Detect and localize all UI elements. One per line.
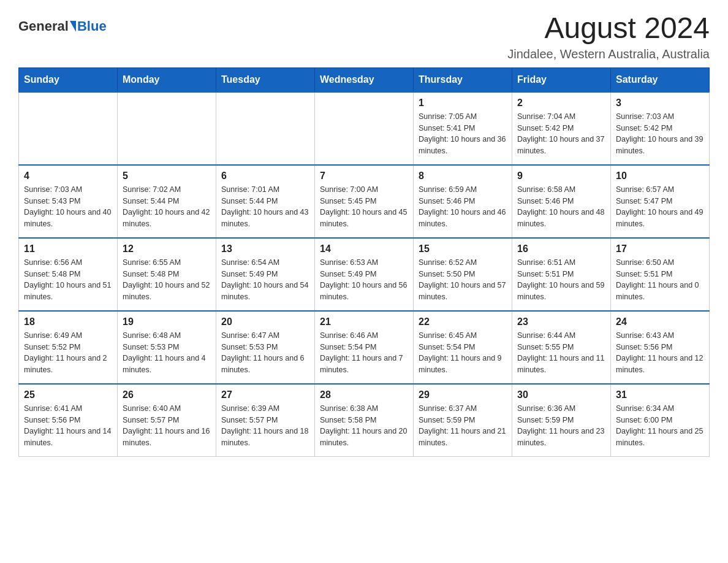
calendar-cell: 18Sunrise: 6:49 AMSunset: 5:52 PMDayligh… <box>19 311 118 384</box>
calendar-cell: 30Sunrise: 6:36 AMSunset: 5:59 PMDayligh… <box>512 384 611 457</box>
day-info: Sunrise: 6:50 AMSunset: 5:51 PMDaylight:… <box>616 257 704 303</box>
day-number: 21 <box>320 316 408 327</box>
calendar-cell: 25Sunrise: 6:41 AMSunset: 5:56 PMDayligh… <box>19 384 118 457</box>
day-number: 10 <box>616 170 704 182</box>
day-info: Sunrise: 6:55 AMSunset: 5:48 PMDaylight:… <box>123 257 211 303</box>
weekday-header-tuesday: Tuesday <box>216 67 315 92</box>
day-number: 28 <box>320 389 408 400</box>
day-info: Sunrise: 7:01 AMSunset: 5:44 PMDaylight:… <box>221 184 309 230</box>
calendar-cell: 28Sunrise: 6:38 AMSunset: 5:58 PMDayligh… <box>315 384 414 457</box>
day-number: 11 <box>24 243 112 255</box>
day-number: 2 <box>517 98 605 109</box>
calendar-cell: 11Sunrise: 6:56 AMSunset: 5:48 PMDayligh… <box>19 238 118 311</box>
calendar-cell: 19Sunrise: 6:48 AMSunset: 5:53 PMDayligh… <box>118 311 216 384</box>
calendar-cell: 24Sunrise: 6:43 AMSunset: 5:56 PMDayligh… <box>611 311 710 384</box>
calendar-cell: 14Sunrise: 6:53 AMSunset: 5:49 PMDayligh… <box>315 238 414 311</box>
day-number: 12 <box>123 243 211 255</box>
day-number: 5 <box>123 170 211 182</box>
calendar-row-4: 25Sunrise: 6:41 AMSunset: 5:56 PMDayligh… <box>19 384 710 457</box>
day-number: 4 <box>24 170 112 182</box>
day-info: Sunrise: 7:03 AMSunset: 5:42 PMDaylight:… <box>616 111 704 157</box>
day-number: 7 <box>320 170 408 182</box>
calendar-cell: 5Sunrise: 7:02 AMSunset: 5:44 PMDaylight… <box>118 165 216 238</box>
day-info: Sunrise: 7:00 AMSunset: 5:45 PMDaylight:… <box>320 184 408 230</box>
calendar-cell: 4Sunrise: 7:03 AMSunset: 5:43 PMDaylight… <box>19 165 118 238</box>
calendar-cell: 16Sunrise: 6:51 AMSunset: 5:51 PMDayligh… <box>512 238 611 311</box>
day-number: 17 <box>616 243 704 255</box>
day-number: 16 <box>517 243 605 255</box>
day-info: Sunrise: 6:52 AMSunset: 5:50 PMDaylight:… <box>419 257 507 303</box>
day-info: Sunrise: 6:46 AMSunset: 5:54 PMDaylight:… <box>320 330 408 376</box>
day-info: Sunrise: 6:56 AMSunset: 5:48 PMDaylight:… <box>24 257 112 303</box>
calendar-cell: 20Sunrise: 6:47 AMSunset: 5:53 PMDayligh… <box>216 311 315 384</box>
day-number: 6 <box>221 170 309 182</box>
day-number: 19 <box>123 316 211 327</box>
calendar-row-3: 18Sunrise: 6:49 AMSunset: 5:52 PMDayligh… <box>19 311 710 384</box>
day-number: 1 <box>419 98 507 109</box>
calendar-cell: 7Sunrise: 7:00 AMSunset: 5:45 PMDaylight… <box>315 165 414 238</box>
day-info: Sunrise: 6:59 AMSunset: 5:46 PMDaylight:… <box>419 184 507 230</box>
weekday-header-friday: Friday <box>512 67 611 92</box>
calendar-cell <box>118 92 216 165</box>
day-number: 25 <box>24 389 112 400</box>
calendar-body: 1Sunrise: 7:05 AMSunset: 5:41 PMDaylight… <box>19 92 710 457</box>
calendar-cell: 21Sunrise: 6:46 AMSunset: 5:54 PMDayligh… <box>315 311 414 384</box>
day-info: Sunrise: 6:58 AMSunset: 5:46 PMDaylight:… <box>517 184 605 230</box>
calendar-cell: 22Sunrise: 6:45 AMSunset: 5:54 PMDayligh… <box>414 311 512 384</box>
calendar-cell: 23Sunrise: 6:44 AMSunset: 5:55 PMDayligh… <box>512 311 611 384</box>
calendar-table: SundayMondayTuesdayWednesdayThursdayFrid… <box>18 67 710 457</box>
calendar-cell: 8Sunrise: 6:59 AMSunset: 5:46 PMDaylight… <box>414 165 512 238</box>
page-title: August 2024 <box>507 12 710 45</box>
day-number: 3 <box>616 98 704 109</box>
day-info: Sunrise: 6:48 AMSunset: 5:53 PMDaylight:… <box>123 330 211 376</box>
day-info: Sunrise: 6:36 AMSunset: 5:59 PMDaylight:… <box>517 403 605 449</box>
day-info: Sunrise: 6:41 AMSunset: 5:56 PMDaylight:… <box>24 403 112 449</box>
calendar-cell <box>19 92 118 165</box>
calendar-cell: 6Sunrise: 7:01 AMSunset: 5:44 PMDaylight… <box>216 165 315 238</box>
calendar-row-2: 11Sunrise: 6:56 AMSunset: 5:48 PMDayligh… <box>19 238 710 311</box>
day-info: Sunrise: 7:03 AMSunset: 5:43 PMDaylight:… <box>24 184 112 230</box>
page-subtitle: Jindalee, Western Australia, Australia <box>507 47 710 61</box>
day-info: Sunrise: 6:39 AMSunset: 5:57 PMDaylight:… <box>221 403 309 449</box>
calendar-cell: 3Sunrise: 7:03 AMSunset: 5:42 PMDaylight… <box>611 92 710 165</box>
day-info: Sunrise: 7:04 AMSunset: 5:42 PMDaylight:… <box>517 111 605 157</box>
day-info: Sunrise: 7:02 AMSunset: 5:44 PMDaylight:… <box>123 184 211 230</box>
day-number: 31 <box>616 389 704 400</box>
title-block: August 2024 Jindalee, Western Australia,… <box>507 12 710 61</box>
day-number: 15 <box>419 243 507 255</box>
calendar-cell: 10Sunrise: 6:57 AMSunset: 5:47 PMDayligh… <box>611 165 710 238</box>
calendar-cell: 17Sunrise: 6:50 AMSunset: 5:51 PMDayligh… <box>611 238 710 311</box>
day-number: 26 <box>123 389 211 400</box>
day-info: Sunrise: 6:38 AMSunset: 5:58 PMDaylight:… <box>320 403 408 449</box>
weekday-header-monday: Monday <box>118 67 216 92</box>
day-number: 29 <box>419 389 507 400</box>
weekday-header-saturday: Saturday <box>611 67 710 92</box>
day-info: Sunrise: 6:37 AMSunset: 5:59 PMDaylight:… <box>419 403 507 449</box>
day-info: Sunrise: 6:44 AMSunset: 5:55 PMDaylight:… <box>517 330 605 376</box>
day-info: Sunrise: 6:43 AMSunset: 5:56 PMDaylight:… <box>616 330 704 376</box>
logo: General Blue <box>18 18 107 34</box>
calendar-row-0: 1Sunrise: 7:05 AMSunset: 5:41 PMDaylight… <box>19 92 710 165</box>
day-info: Sunrise: 6:54 AMSunset: 5:49 PMDaylight:… <box>221 257 309 303</box>
day-number: 23 <box>517 316 605 327</box>
day-info: Sunrise: 6:51 AMSunset: 5:51 PMDaylight:… <box>517 257 605 303</box>
calendar-cell <box>216 92 315 165</box>
day-info: Sunrise: 6:47 AMSunset: 5:53 PMDaylight:… <box>221 330 309 376</box>
day-number: 22 <box>419 316 507 327</box>
day-number: 13 <box>221 243 309 255</box>
weekday-header-wednesday: Wednesday <box>315 67 414 92</box>
calendar-cell: 2Sunrise: 7:04 AMSunset: 5:42 PMDaylight… <box>512 92 611 165</box>
calendar-cell: 13Sunrise: 6:54 AMSunset: 5:49 PMDayligh… <box>216 238 315 311</box>
day-number: 18 <box>24 316 112 327</box>
day-info: Sunrise: 6:45 AMSunset: 5:54 PMDaylight:… <box>419 330 507 376</box>
day-number: 9 <box>517 170 605 182</box>
day-info: Sunrise: 6:49 AMSunset: 5:52 PMDaylight:… <box>24 330 112 376</box>
calendar-cell: 26Sunrise: 6:40 AMSunset: 5:57 PMDayligh… <box>118 384 216 457</box>
calendar-cell <box>315 92 414 165</box>
day-number: 30 <box>517 389 605 400</box>
day-info: Sunrise: 6:40 AMSunset: 5:57 PMDaylight:… <box>123 403 211 449</box>
logo-general-text: General <box>18 18 69 34</box>
calendar-row-1: 4Sunrise: 7:03 AMSunset: 5:43 PMDaylight… <box>19 165 710 238</box>
calendar-cell: 9Sunrise: 6:58 AMSunset: 5:46 PMDaylight… <box>512 165 611 238</box>
day-info: Sunrise: 6:34 AMSunset: 6:00 PMDaylight:… <box>616 403 704 449</box>
